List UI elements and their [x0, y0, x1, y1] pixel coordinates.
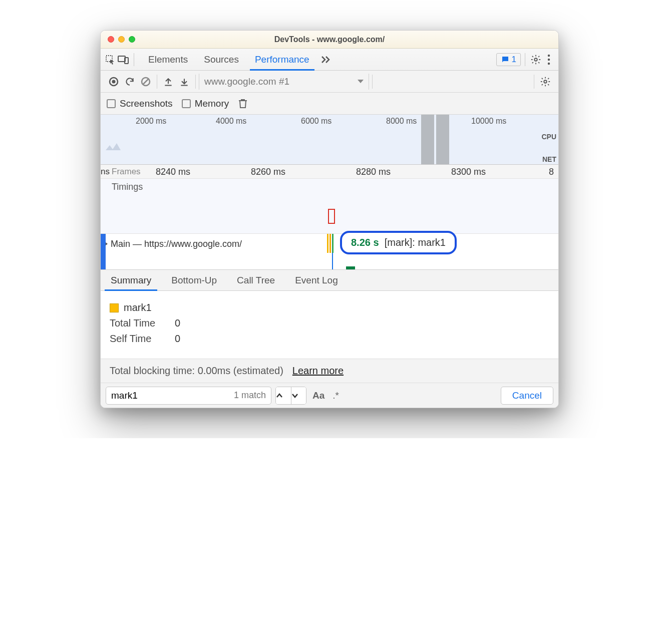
upload-button[interactable]: [160, 74, 176, 90]
detail-tick: 8260 ms: [251, 167, 285, 177]
search-input[interactable]: [111, 390, 230, 401]
perf-options: Screenshots Memory: [101, 93, 558, 115]
zoom-window-button[interactable]: [129, 36, 135, 43]
overview-tick: 4000 ms: [216, 117, 246, 126]
download-button[interactable]: [176, 74, 192, 90]
frames-label: Frames: [112, 167, 141, 177]
summary-pane: mark1 Total Time 0 Self Time 0: [101, 291, 558, 359]
timing-marker[interactable]: [328, 209, 335, 224]
search-cancel-button[interactable]: Cancel: [501, 387, 553, 405]
flame-bars: [327, 234, 336, 253]
svg-point-3: [534, 58, 537, 61]
window-title: DevTools - www.google.com/: [101, 35, 558, 44]
timings-label: Timings: [112, 182, 143, 192]
overview-tick: 2000 ms: [136, 117, 166, 126]
tooltip-time: 8.26 s: [351, 237, 379, 248]
flame-segment: [346, 266, 355, 269]
clear-button[interactable]: [138, 74, 154, 90]
recording-dropdown[interactable]: www.google.com #1: [199, 74, 369, 90]
total-time-label: Total Time: [110, 317, 175, 329]
detail-ruler: ns Frames 8240 ms 8260 ms 8280 ms 8300 m…: [101, 165, 558, 179]
svg-rect-1: [118, 56, 125, 62]
screenshots-checkbox[interactable]: Screenshots: [107, 98, 173, 109]
titlebar: DevTools - www.google.com/: [101, 31, 558, 49]
tab-elements[interactable]: Elements: [140, 49, 196, 70]
flame-chart[interactable]: ns Frames 8240 ms 8260 ms 8280 ms 8300 m…: [101, 165, 558, 270]
svg-point-6: [548, 62, 550, 64]
search-box: 1 match: [106, 387, 271, 405]
overview-tick: 8000 ms: [386, 117, 417, 126]
overview[interactable]: 2000 ms 4000 ms 6000 ms 8000 ms 10000 ms…: [101, 115, 558, 165]
svg-point-8: [112, 80, 116, 83]
issues-badge[interactable]: 1: [496, 53, 521, 66]
overview-tick: 10000 ms: [471, 117, 506, 126]
tooltip-text: [mark]: mark1: [385, 237, 446, 248]
chevron-down-icon: [358, 80, 364, 83]
blocking-text: Total blocking time: 0.00ms (estimated): [110, 365, 283, 377]
search-nav: [275, 387, 306, 405]
blocking-time-bar: Total blocking time: 0.00ms (estimated) …: [101, 359, 558, 383]
svg-line-10: [143, 79, 148, 84]
devtools-window: DevTools - www.google.com/ Elements Sour…: [100, 30, 559, 408]
detail-tick: 8240 ms: [156, 167, 190, 177]
detail-tick: 8280 ms: [356, 167, 391, 177]
device-toggle-icon[interactable]: [117, 53, 130, 66]
summary-name: mark1: [124, 302, 152, 313]
self-time-value: 0: [175, 333, 180, 345]
tab-bottom-up[interactable]: Bottom-Up: [161, 270, 227, 290]
more-tabs-icon[interactable]: [319, 53, 333, 66]
tab-sources[interactable]: Sources: [196, 49, 247, 70]
close-window-button[interactable]: [108, 36, 114, 43]
search-bar: 1 match Aa .* Cancel: [101, 383, 558, 408]
svg-point-5: [548, 58, 550, 60]
search-match-count: 1 match: [234, 390, 266, 401]
timings-track[interactable]: Timings: [101, 179, 558, 234]
issues-count: 1: [512, 55, 516, 65]
recording-name: www.google.com #1: [204, 76, 289, 87]
case-toggle[interactable]: Aa: [310, 390, 326, 401]
memory-label: Memory: [195, 98, 229, 109]
panel-tabs: Elements Sources Performance: [140, 49, 317, 70]
reload-button[interactable]: [122, 74, 138, 90]
main-track-label: Main — https://www.google.com/: [111, 239, 242, 249]
cpu-sparkline: [106, 141, 131, 150]
tab-performance[interactable]: Performance: [247, 49, 317, 70]
tab-event-log[interactable]: Event Log: [285, 270, 348, 290]
svg-point-4: [548, 54, 550, 56]
cpu-label: CPU: [541, 133, 556, 141]
net-label: NET: [542, 155, 556, 163]
perf-toolbar: www.google.com #1: [101, 71, 558, 93]
kebab-menu-icon[interactable]: [542, 53, 555, 66]
mark-tooltip: 8.26 s [mark]: mark1: [340, 231, 457, 254]
self-time-label: Self Time: [110, 333, 175, 345]
svg-point-11: [544, 80, 547, 83]
detail-tick: 8300 ms: [451, 167, 486, 177]
search-prev-button[interactable]: [276, 387, 291, 404]
delete-recording-icon[interactable]: [238, 98, 248, 109]
tab-summary[interactable]: Summary: [101, 270, 161, 290]
details-tabs: Summary Bottom-Up Call Tree Event Log: [101, 270, 558, 291]
learn-more-link[interactable]: Learn more: [292, 365, 344, 377]
window-controls: [108, 36, 135, 43]
overview-selection-handle[interactable]: [421, 115, 434, 164]
perf-settings-icon[interactable]: [537, 74, 553, 90]
detail-tick: 8: [549, 167, 554, 177]
settings-icon[interactable]: [529, 53, 542, 66]
main-tabbar: Elements Sources Performance 1: [101, 49, 558, 71]
total-time-value: 0: [175, 317, 180, 329]
overview-tick: 6000 ms: [301, 117, 332, 126]
minimize-window-button[interactable]: [118, 36, 125, 43]
color-swatch: [110, 303, 119, 312]
overview-selection-handle[interactable]: [436, 115, 449, 164]
tab-call-tree[interactable]: Call Tree: [227, 270, 285, 290]
memory-checkbox[interactable]: Memory: [182, 98, 229, 109]
search-next-button[interactable]: [291, 387, 306, 404]
screenshots-label: Screenshots: [120, 98, 173, 109]
ruler-unit: ns: [101, 167, 110, 177]
regex-toggle[interactable]: .*: [331, 390, 341, 401]
record-button[interactable]: [106, 74, 122, 90]
inspect-icon[interactable]: [104, 53, 117, 66]
